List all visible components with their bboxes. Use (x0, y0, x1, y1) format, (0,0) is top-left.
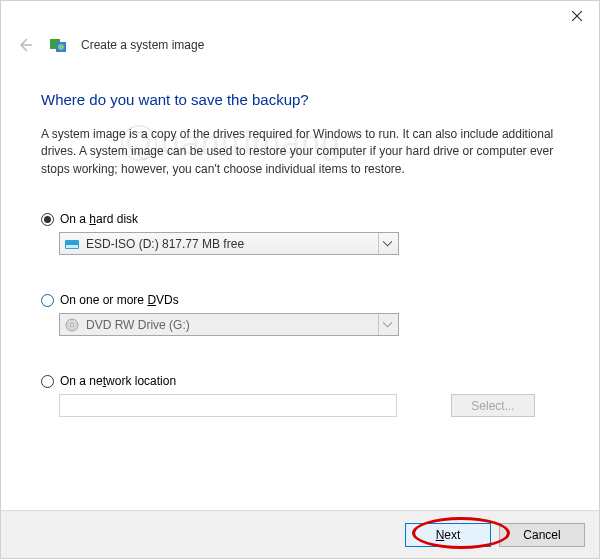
page-title: Where do you want to save the backup? (41, 91, 559, 108)
radio-dvd[interactable]: On one or more DVDs (41, 293, 559, 307)
header-row: Create a system image (1, 31, 599, 61)
titlebar (1, 1, 599, 31)
drive-icon (64, 236, 80, 252)
radio-network-label: On a network location (60, 374, 176, 388)
radio-icon (41, 213, 54, 226)
radio-dvd-label: On one or more DVDs (60, 293, 179, 307)
cancel-button[interactable]: Cancel (499, 523, 585, 547)
svg-rect-7 (66, 245, 78, 248)
window-title: Create a system image (81, 38, 204, 52)
content-area: Where do you want to save the backup? A … (1, 61, 599, 417)
svg-point-5 (58, 44, 64, 50)
radio-icon (41, 375, 54, 388)
chevron-down-icon (378, 233, 396, 254)
footer: Next Cancel (1, 510, 599, 558)
hard-disk-value: ESD-ISO (D:) 817.77 MB free (86, 237, 378, 251)
back-button[interactable] (15, 35, 35, 55)
radio-network[interactable]: On a network location (41, 374, 559, 388)
svg-point-9 (70, 323, 73, 326)
radio-hard-disk[interactable]: On a hard disk (41, 212, 559, 226)
disc-icon (64, 317, 80, 333)
close-button[interactable] (554, 1, 599, 31)
next-button[interactable]: Next (405, 523, 491, 547)
hard-disk-combo[interactable]: ESD-ISO (D:) 817.77 MB free (59, 232, 399, 255)
radio-icon (41, 294, 54, 307)
radio-hard-disk-label: On a hard disk (60, 212, 138, 226)
page-description: A system image is a copy of the drives r… (41, 126, 559, 178)
chevron-down-icon (378, 314, 396, 335)
dvd-value: DVD RW Drive (G:) (86, 318, 378, 332)
option-hard-disk: On a hard disk ESD-ISO (D:) 817.77 MB fr… (41, 212, 559, 255)
option-dvd: On one or more DVDs DVD RW Drive (G:) (41, 293, 559, 336)
app-icon (49, 36, 67, 54)
select-button: Select... (451, 394, 535, 417)
network-path-input[interactable] (59, 394, 397, 417)
dvd-combo[interactable]: DVD RW Drive (G:) (59, 313, 399, 336)
back-arrow-icon (17, 37, 33, 53)
close-icon (572, 11, 582, 21)
option-network: On a network location Select... (41, 374, 559, 417)
